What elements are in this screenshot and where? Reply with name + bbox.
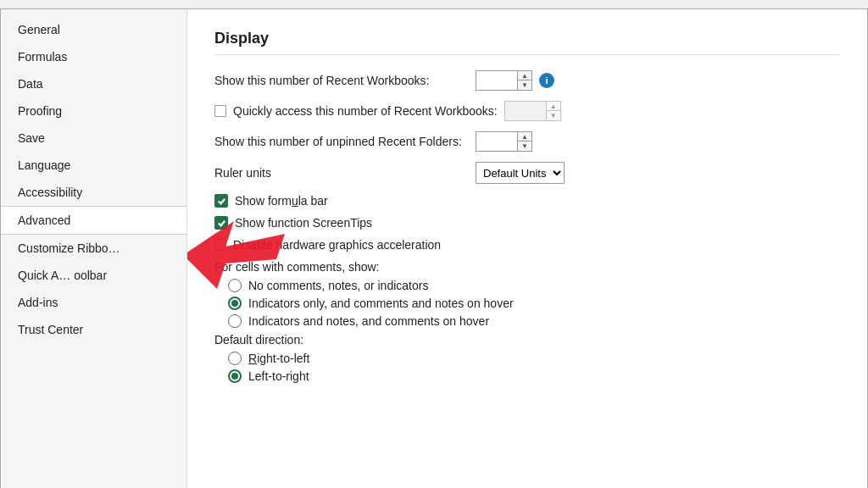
unpinned-folders-input[interactable]: 50 [476, 132, 517, 151]
recent-workbooks-label: Show this number of Recent Workbooks: [214, 74, 469, 87]
sidebar-item-add-ins[interactable]: Add-ins [1, 289, 186, 316]
show-formula-bar-checkbox[interactable] [214, 194, 228, 208]
quick-access-checkbox[interactable] [214, 105, 226, 117]
disable-hardware-row: Disable hardware graphics acceleration [214, 238, 840, 252]
recent-workbooks-down[interactable]: ▼ [518, 80, 531, 90]
radio-rtl-row: Right-to-left [214, 352, 840, 365]
comments-group-label: For cells with comments, show: [214, 260, 840, 274]
quick-access-row: Quickly access this number of Recent Wor… [214, 101, 840, 121]
sidebar-item-accessibility[interactable]: Accessibility [1, 179, 186, 206]
info-icon[interactable]: i [539, 73, 554, 88]
options-dialog: General Formulas Data Proofing Save Lang… [0, 8, 868, 488]
sidebar-item-customize-ribbon[interactable]: Customize Ribbo… [1, 235, 186, 262]
quick-access-down: ▼ [547, 111, 560, 120]
quick-access-spinbox: 4 ▲ ▼ [504, 101, 561, 121]
ruler-units-select[interactable]: Default Units Inches Centimeters Millime… [476, 162, 565, 184]
show-formula-bar-row: Show formula bar [214, 194, 840, 208]
sidebar-item-quick-access[interactable]: Quick A… oolbar [1, 262, 186, 289]
direction-group: Default direction: Right-to-left Left-to… [214, 333, 840, 383]
sidebar-item-formulas[interactable]: Formulas [1, 43, 186, 70]
sidebar-item-proofing[interactable]: Proofing [1, 97, 186, 125]
unpinned-folders-up[interactable]: ▲ [518, 132, 531, 141]
direction-group-label: Default direction: [214, 333, 840, 347]
radio-rtl[interactable] [228, 352, 242, 365]
section-title: Display [214, 30, 840, 55]
ruler-units-label: Ruler units [214, 166, 469, 180]
quick-access-arrows: ▲ ▼ [546, 102, 560, 120]
recent-workbooks-input[interactable]: 50 [476, 71, 517, 90]
disable-hardware-label[interactable]: Disable hardware graphics acceleration [233, 238, 441, 252]
recent-workbooks-row: Show this number of Recent Workbooks: 50… [214, 70, 840, 91]
ruler-units-row: Ruler units Default Units Inches Centime… [214, 162, 840, 184]
unpinned-folders-arrows: ▲ ▼ [517, 132, 531, 151]
unpinned-folders-spinbox[interactable]: 50 ▲ ▼ [476, 131, 532, 152]
unpinned-folders-down[interactable]: ▼ [518, 141, 531, 151]
sidebar-item-save[interactable]: Save [1, 125, 186, 152]
radio-no-comments-label: No comments, notes, or indicators [248, 279, 428, 292]
radio-ltr[interactable] [228, 369, 242, 383]
unpinned-folders-label: Show this number of unpinned Recent Fold… [214, 135, 469, 148]
radio-indicators-only-row: Indicators only, and comments and notes … [214, 297, 840, 310]
radio-no-comments-row: No comments, notes, or indicators [214, 279, 840, 292]
radio-indicators-only[interactable] [228, 297, 242, 310]
radio-ltr-label: Left-to-right [248, 369, 309, 383]
radio-indicators-notes[interactable] [228, 314, 242, 328]
show-formula-bar-label[interactable]: Show formula bar [235, 194, 328, 208]
sidebar-item-advanced[interactable]: Advanced [1, 206, 186, 235]
radio-rtl-label: Right-to-left [248, 352, 309, 365]
recent-workbooks-arrows: ▲ ▼ [517, 71, 531, 90]
recent-workbooks-spinbox[interactable]: 50 ▲ ▼ [476, 70, 532, 91]
quick-access-input: 4 [505, 102, 546, 120]
show-screentips-checkbox[interactable] [214, 216, 228, 230]
radio-indicators-notes-label: Indicators and notes, and comments on ho… [248, 314, 489, 328]
disable-hardware-checkbox[interactable] [214, 239, 226, 251]
main-content: Display Show this number of Recent Workb… [187, 9, 867, 488]
radio-ltr-row: Left-to-right [214, 369, 840, 383]
recent-workbooks-up[interactable]: ▲ [518, 71, 531, 80]
radio-indicators-only-label: Indicators only, and comments and notes … [248, 297, 514, 310]
sidebar-item-language[interactable]: Language [1, 152, 186, 179]
quick-access-label: Quickly access this number of Recent Wor… [233, 104, 498, 118]
comments-group: For cells with comments, show: No commen… [214, 260, 840, 328]
show-screentips-row: Show function ScreenTips [214, 216, 840, 230]
sidebar-item-general[interactable]: General [1, 16, 186, 43]
radio-no-comments[interactable] [228, 279, 242, 292]
sidebar-item-trust-center[interactable]: Trust Center [1, 316, 186, 343]
radio-indicators-notes-row: Indicators and notes, and comments on ho… [214, 314, 840, 328]
sidebar-item-data[interactable]: Data [1, 70, 186, 97]
show-screentips-label[interactable]: Show function ScreenTips [235, 216, 372, 230]
sidebar: General Formulas Data Proofing Save Lang… [1, 9, 187, 488]
unpinned-folders-row: Show this number of unpinned Recent Fold… [214, 131, 840, 152]
quick-access-up: ▲ [547, 102, 560, 111]
